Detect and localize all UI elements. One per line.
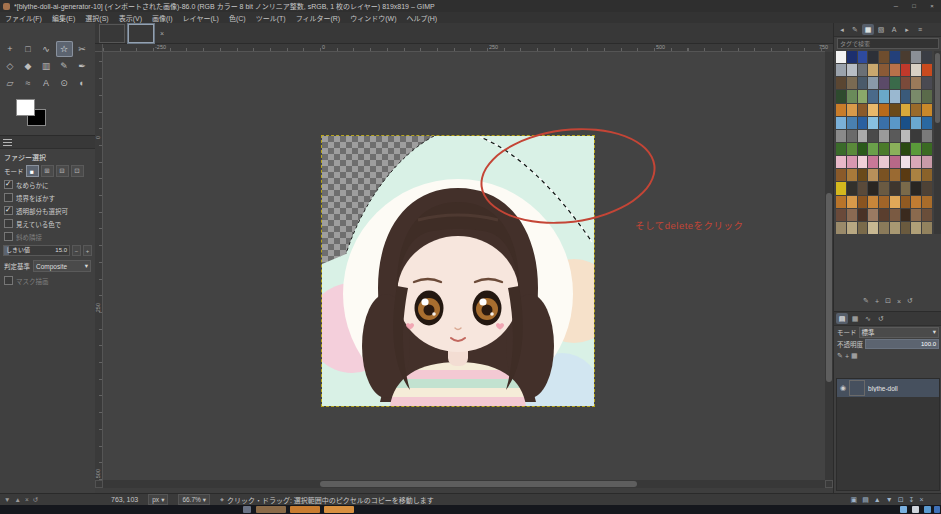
canvas-viewport[interactable]: そしてdeleteをクリック	[103, 52, 825, 480]
threshold-slider[interactable]: しきい値 15.0	[3, 245, 70, 256]
move-tool[interactable]: +	[2, 41, 19, 57]
lock-alpha-toggle[interactable]: ▦	[851, 352, 858, 360]
pattern-swatch[interactable]	[847, 117, 857, 129]
pattern-swatch[interactable]	[868, 130, 878, 142]
menu-item[interactable]: 編集(E)	[47, 13, 80, 23]
gradients-tab[interactable]: ▧	[875, 24, 887, 35]
pattern-swatch[interactable]	[879, 156, 889, 168]
edit-pattern-button[interactable]: ✎	[863, 297, 869, 305]
pattern-swatch[interactable]	[911, 156, 921, 168]
bucket-fill-tool[interactable]: ◆	[20, 58, 37, 74]
taskbar-item[interactable]	[324, 506, 354, 513]
tool-option-checkbox[interactable]: 見えている色で	[0, 217, 95, 230]
pattern-swatch[interactable]	[868, 51, 878, 63]
pattern-swatch[interactable]	[858, 77, 868, 89]
eraser-tool[interactable]: ▱	[2, 75, 19, 91]
pattern-swatch[interactable]	[911, 64, 921, 76]
pattern-swatch[interactable]	[879, 209, 889, 221]
text-tool[interactable]: A	[38, 75, 55, 91]
pattern-swatch[interactable]	[901, 77, 911, 89]
pattern-swatch[interactable]	[890, 222, 900, 234]
pattern-swatch[interactable]	[922, 51, 932, 63]
delete-pattern-button[interactable]: ×	[897, 298, 901, 305]
pattern-swatch[interactable]	[836, 117, 846, 129]
pattern-swatch[interactable]	[847, 196, 857, 208]
menu-item[interactable]: フィルター(R)	[291, 13, 346, 23]
pattern-swatch[interactable]	[868, 182, 878, 194]
pattern-swatch[interactable]	[879, 130, 889, 142]
layer-mode-dropdown[interactable]: 標準 ▾	[859, 327, 940, 338]
pattern-swatch[interactable]	[911, 169, 921, 181]
pattern-swatch[interactable]	[858, 209, 868, 221]
restore-tool-options-button[interactable]: ▲	[14, 496, 20, 504]
pattern-swatch[interactable]	[890, 90, 900, 102]
pattern-swatch[interactable]	[847, 90, 857, 102]
taskbar-item[interactable]	[243, 506, 251, 513]
crop-tool[interactable]: ✂	[74, 41, 91, 57]
ruler-corner-button[interactable]	[95, 44, 103, 52]
tool-option-checkbox[interactable]: 境界をぼかす	[0, 191, 95, 204]
pattern-swatch[interactable]	[922, 196, 932, 208]
pattern-swatch[interactable]	[868, 209, 878, 221]
new-layer-button[interactable]: ▣	[851, 496, 858, 504]
pattern-swatch[interactable]	[836, 77, 846, 89]
taskbar-item[interactable]	[912, 506, 919, 513]
lower-layer-button[interactable]: ▼	[886, 496, 893, 504]
image-tab-2-active[interactable]	[128, 24, 154, 43]
close-button[interactable]: ×	[923, 0, 941, 12]
pattern-swatch[interactable]	[847, 156, 857, 168]
pattern-swatch[interactable]	[858, 196, 868, 208]
refresh-patterns-button[interactable]: ↺	[907, 297, 913, 305]
menu-item[interactable]: 画像(I)	[147, 13, 178, 23]
reset-tool-options-button[interactable]: ↺	[33, 496, 38, 504]
pattern-swatch[interactable]	[911, 182, 921, 194]
pattern-swatch[interactable]	[868, 169, 878, 181]
criterion-dropdown[interactable]: Composite ▾	[33, 260, 91, 272]
fuzzy-select-tool[interactable]: ☆	[56, 41, 73, 57]
pattern-swatch[interactable]	[890, 117, 900, 129]
airbrush-tool[interactable]: ≈	[20, 75, 37, 91]
prev-dockable-arrow[interactable]: ◂	[836, 24, 848, 35]
zoom-tool[interactable]: ⊙	[56, 75, 73, 91]
next-dockable-arrow[interactable]: ▸	[901, 24, 913, 35]
layers-tab[interactable]: ▤	[836, 313, 848, 324]
lock-position-toggle[interactable]: +	[845, 353, 849, 360]
pattern-swatch[interactable]	[836, 156, 846, 168]
duplicate-layer-button[interactable]: ⊡	[898, 496, 904, 504]
pattern-swatch[interactable]	[890, 77, 900, 89]
pattern-swatch[interactable]	[868, 117, 878, 129]
threshold-decrease-button[interactable]: −	[72, 245, 81, 256]
raise-layer-button[interactable]: ▲	[874, 496, 881, 504]
pattern-swatch[interactable]	[890, 156, 900, 168]
pattern-swatch[interactable]	[911, 143, 921, 155]
pattern-swatch[interactable]	[911, 196, 921, 208]
channels-tab[interactable]: ▦	[849, 313, 861, 324]
pattern-swatch[interactable]	[836, 182, 846, 194]
pattern-swatch[interactable]	[901, 90, 911, 102]
pattern-swatch[interactable]	[847, 143, 857, 155]
pattern-swatch[interactable]	[890, 209, 900, 221]
pattern-swatch[interactable]	[868, 77, 878, 89]
pattern-swatch[interactable]	[868, 143, 878, 155]
taskbar-item[interactable]	[934, 506, 940, 513]
pattern-swatch[interactable]	[879, 104, 889, 116]
fonts-tab[interactable]: A	[888, 24, 900, 35]
lock-pixels-toggle[interactable]: ✎	[837, 352, 843, 360]
threshold-increase-button[interactable]: +	[83, 245, 92, 256]
pattern-swatch[interactable]	[890, 64, 900, 76]
pattern-swatch[interactable]	[879, 196, 889, 208]
pattern-swatch[interactable]	[890, 182, 900, 194]
mask-draw-checkbox[interactable]: マスク描画	[0, 274, 95, 287]
taskbar-item[interactable]	[900, 506, 907, 513]
dock-menu-button[interactable]: ≡	[914, 24, 926, 35]
layer-name[interactable]: blythe-doll	[868, 385, 898, 392]
pattern-swatch[interactable]	[911, 104, 921, 116]
duplicate-pattern-button[interactable]: ⊡	[885, 297, 891, 305]
layer-visibility-eye-icon[interactable]: ◉	[840, 384, 846, 392]
pattern-swatch[interactable]	[858, 90, 868, 102]
pattern-swatch[interactable]	[879, 222, 889, 234]
pattern-swatch[interactable]	[922, 156, 932, 168]
color-picker-tool[interactable]: ◐	[74, 75, 91, 91]
pattern-swatch[interactable]	[836, 90, 846, 102]
pattern-swatch[interactable]	[890, 143, 900, 155]
